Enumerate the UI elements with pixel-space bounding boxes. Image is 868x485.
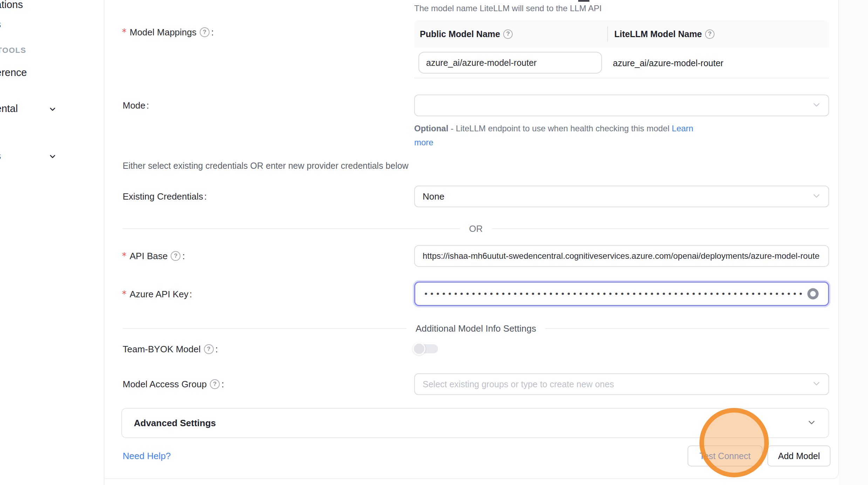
required-marker: * xyxy=(122,26,127,39)
model-access-group-select[interactable]: Select existing groups or type to create… xyxy=(414,373,829,395)
divider-line xyxy=(545,328,829,329)
toggle-knob xyxy=(413,342,425,355)
existing-credentials-select[interactable]: None xyxy=(414,186,829,207)
mode-helper-text: Optional - LiteLLM endpoint to use when … xyxy=(414,122,693,150)
help-question-icon[interactable]: ? xyxy=(204,344,214,354)
public-model-name-input[interactable] xyxy=(418,52,602,74)
model-access-group-label: Model Access Group ? : xyxy=(123,378,224,390)
colon: : xyxy=(211,26,214,39)
model-mappings-label: * Model Mappings ? : xyxy=(122,26,214,39)
azure-api-key-input[interactable] xyxy=(414,282,829,306)
colon: : xyxy=(182,250,185,262)
existing-credentials-value: None xyxy=(415,191,444,202)
toggle-password-visibility-button[interactable] xyxy=(806,287,820,301)
label-text: Mode xyxy=(123,99,145,112)
learn-more-link[interactable]: more xyxy=(414,138,433,147)
divider-line xyxy=(123,228,460,229)
need-help-link[interactable]: Need Help? xyxy=(123,450,171,462)
advanced-settings-panel[interactable]: Advanced Settings xyxy=(121,408,829,438)
header-text: LiteLLM Model Name xyxy=(614,29,702,39)
help-question-icon[interactable]: ? xyxy=(210,379,220,389)
public-model-name-header: Public Model Name ? xyxy=(414,29,607,39)
header-text: Public Model Name xyxy=(420,29,500,39)
sidebar-item-label: s xyxy=(0,150,1,161)
column-divider xyxy=(607,26,608,42)
sidebar-section-tools: TOOLS xyxy=(0,44,26,56)
additional-info-divider-text: Additional Model Info Settings xyxy=(416,323,536,334)
label-text: Model Access Group xyxy=(123,378,207,390)
colon: : xyxy=(204,190,207,203)
or-divider-text: OR xyxy=(469,223,483,234)
additional-info-divider: Additional Model Info Settings xyxy=(123,321,829,335)
sidebar-item-label: ental xyxy=(0,103,18,114)
sidebar-item-inference[interactable]: erence xyxy=(0,67,27,78)
eye-icon xyxy=(806,287,820,302)
model-name-helper-text: The model name LiteLLM will send to the … xyxy=(414,3,602,14)
helper-bold: Optional xyxy=(414,124,448,133)
label-text: Existing Credentials xyxy=(123,190,203,203)
model-access-group-placeholder: Select existing groups or type to create… xyxy=(415,379,614,389)
sidebar-item-experimental[interactable]: ental xyxy=(0,103,66,115)
model-mappings-table: Public Model Name ? LiteLLM Model Name ?… xyxy=(414,20,829,78)
chevron-down-icon xyxy=(812,379,821,390)
advanced-settings-label: Advanced Settings xyxy=(134,418,216,429)
help-question-icon[interactable]: ? xyxy=(171,251,180,261)
mode-helper-line2: more xyxy=(414,136,693,150)
required-marker: * xyxy=(122,288,127,300)
or-divider: OR xyxy=(123,222,829,236)
azure-api-key-label: * Azure API Key : xyxy=(122,288,192,300)
sidebar: ations s TOOLS erence ental s xyxy=(0,0,104,485)
chevron-down-icon xyxy=(812,100,821,111)
litellm-model-name-header: LiteLLM Model Name ? xyxy=(607,29,829,39)
help-question-icon[interactable]: ? xyxy=(200,27,210,37)
sidebar-item-settings[interactable]: s xyxy=(0,150,66,162)
model-mappings-table-header: Public Model Name ? LiteLLM Model Name ? xyxy=(414,20,829,48)
add-model-button[interactable]: Add Model xyxy=(767,445,831,466)
page-background-strip xyxy=(839,0,868,485)
learn-more-link[interactable]: Learn xyxy=(672,124,693,133)
sidebar-item[interactable]: s xyxy=(0,18,1,30)
api-base-input[interactable] xyxy=(414,245,829,267)
colon: : xyxy=(146,99,149,112)
team-byok-toggle[interactable] xyxy=(413,342,438,355)
colon: : xyxy=(190,288,192,300)
colon: : xyxy=(216,343,218,355)
cutoff-content-fragment xyxy=(578,0,589,2)
team-byok-label: Team-BYOK Model ? : xyxy=(123,343,218,355)
help-question-icon[interactable]: ? xyxy=(705,29,715,39)
help-question-icon[interactable]: ? xyxy=(503,29,513,39)
mode-select[interactable] xyxy=(414,95,829,116)
test-connect-button[interactable]: Test Connect xyxy=(688,445,763,466)
helper-rest: - LiteLLM endpoint to use when health ch… xyxy=(448,124,672,133)
chevron-down-icon xyxy=(812,191,821,202)
existing-credentials-label: Existing Credentials : xyxy=(123,190,207,203)
required-marker: * xyxy=(122,250,127,262)
label-text: Team-BYOK Model xyxy=(123,343,201,355)
litellm-model-name-value: azure_ai/azure-model-router xyxy=(613,48,723,78)
divider-line xyxy=(123,328,406,329)
colon: : xyxy=(221,378,224,390)
credentials-note: Either select existing credentials OR en… xyxy=(123,159,409,172)
chevron-down-icon xyxy=(48,151,57,163)
chevron-down-icon xyxy=(48,104,57,116)
label-text: Model Mappings xyxy=(130,26,197,39)
label-text: API Base xyxy=(130,250,168,262)
mode-label: Mode : xyxy=(123,99,149,112)
label-text: Azure API Key xyxy=(130,288,189,300)
sidebar-item-organizations[interactable]: ations xyxy=(0,0,23,11)
mode-helper-line1: Optional - LiteLLM endpoint to use when … xyxy=(414,122,693,136)
model-mapping-row: azure_ai/azure-model-router xyxy=(414,48,829,78)
divider-line xyxy=(492,228,829,229)
chevron-down-icon xyxy=(807,417,816,429)
api-base-label: * API Base ? : xyxy=(122,250,185,262)
